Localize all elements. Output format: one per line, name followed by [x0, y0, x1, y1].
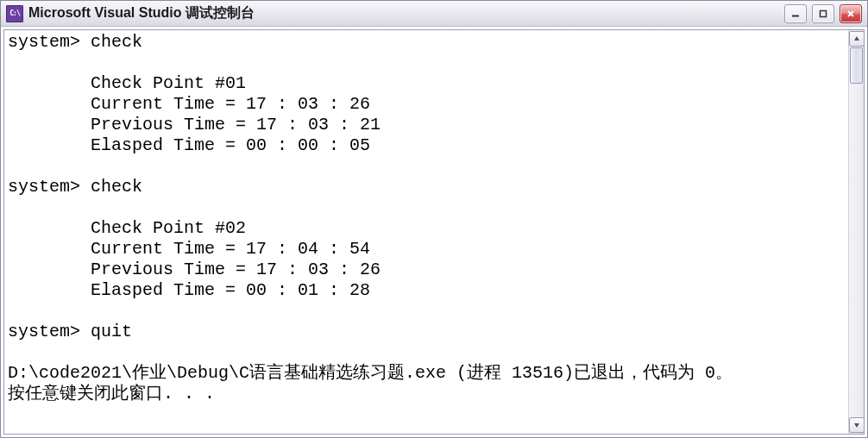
svg-marker-5: [854, 423, 859, 428]
vertical-scrollbar[interactable]: [848, 30, 864, 434]
client-area: system> check Check Point #01 Current Ti…: [3, 29, 865, 435]
window-buttons: [784, 4, 862, 23]
scroll-thumb[interactable]: [850, 47, 863, 84]
close-button[interactable]: [840, 4, 862, 23]
scroll-track[interactable]: [849, 47, 864, 416]
app-icon: C:\: [6, 5, 23, 22]
scroll-up-button[interactable]: [849, 31, 865, 47]
svg-rect-1: [821, 10, 827, 16]
terminal-output[interactable]: system> check Check Point #01 Current Ti…: [4, 30, 848, 434]
scroll-down-button[interactable]: [849, 417, 865, 433]
minimize-button[interactable]: [784, 4, 807, 23]
maximize-button[interactable]: [812, 4, 834, 23]
console-window: C:\ Microsoft Visual Studio 调试控制台 system…: [0, 0, 868, 438]
titlebar[interactable]: C:\ Microsoft Visual Studio 调试控制台: [1, 1, 867, 27]
window-title: Microsoft Visual Studio 调试控制台: [28, 4, 255, 22]
svg-marker-4: [854, 36, 859, 41]
